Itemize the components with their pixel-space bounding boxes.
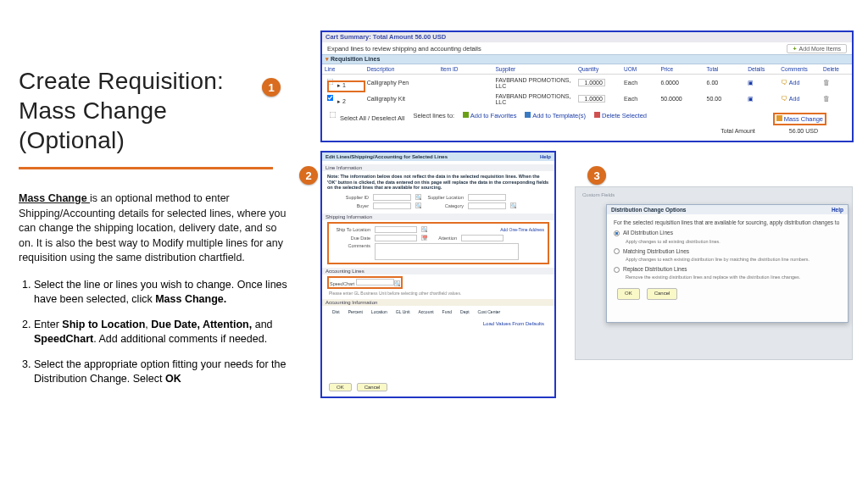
load-defaults-link[interactable]: Load Values From Defaults <box>322 318 554 330</box>
buyer-input[interactable] <box>373 202 411 209</box>
calendar-icon[interactable]: 📅 <box>421 235 427 241</box>
total-row: Total Amount56.00 USD <box>322 125 852 137</box>
supplier-id-label: Supplier ID <box>331 195 369 200</box>
comments-icon[interactable]: 🗨 <box>781 95 787 103</box>
opt-all-sub: Apply changes to all existing distributi… <box>626 238 841 246</box>
lookup-icon[interactable]: 🔍 <box>394 280 400 286</box>
comments-label: Comments <box>332 243 370 248</box>
description-paragraph: Mass Change is an optional method to ent… <box>19 191 290 266</box>
comments-icon[interactable]: 🗨 <box>781 79 787 86</box>
one-time-address-link[interactable]: Add One-Time Address <box>500 227 544 232</box>
distribution-change-dialog: Distribution Change Options Help For the… <box>606 204 849 323</box>
divider <box>19 167 273 169</box>
expand-hint: Expand lines to review shipping and acco… <box>327 45 481 53</box>
table-row[interactable]: ▸ 1 Calligraphy Pen FAVBRAND PROMOTIONS,… <box>322 75 852 92</box>
cart-summary-bar: Cart Summary: Total Amount 56.00 USD <box>322 32 852 42</box>
item-link[interactable]: Calligraphy Kit <box>364 91 438 107</box>
select-all-checkbox[interactable] <box>330 112 337 119</box>
shipping-info-section: Shipping Information <box>322 214 554 220</box>
speedchart-note: Please enter GL Business Unit before sel… <box>322 291 554 296</box>
opt-all-lines[interactable]: All Distribution Lines <box>614 229 841 237</box>
radio-icon <box>614 248 620 254</box>
delete-selected-link[interactable]: Delete Selected <box>594 112 647 119</box>
background-header: Custom Fields <box>576 187 852 197</box>
radio-icon <box>614 267 620 273</box>
opt-matching-sub: Apply changes to each existing distribut… <box>626 256 841 263</box>
ok-button[interactable]: OK <box>329 383 352 391</box>
lookup-icon[interactable]: 🔍 <box>415 202 421 208</box>
text-column: Create Requisition: Mass Change (Optiona… <box>19 66 290 397</box>
trash-icon[interactable]: 🗑 <box>823 79 830 86</box>
lookup-icon[interactable]: 🔍 <box>421 226 427 232</box>
comments-textarea[interactable] <box>375 243 519 260</box>
step-3: Select the appropriate option fitting yo… <box>34 358 290 387</box>
supplier-loc-label: Supplier Location <box>426 195 464 200</box>
opt-matching-lines[interactable]: Matching Distribution Lines <box>614 247 841 256</box>
accounting-info-table: DistPercentLocationGL Unit AccountFundDe… <box>327 308 505 316</box>
dialog-titlebar: Distribution Change Options Help <box>607 205 848 214</box>
warning-note: Note: The information below does not ref… <box>322 171 554 193</box>
buyer-label: Buyer <box>331 203 369 208</box>
line-checkbox[interactable] <box>327 95 334 102</box>
due-date-input[interactable] <box>375 235 417 241</box>
title-line-3: (Optional) <box>19 127 125 153</box>
add-favorites-link[interactable]: Add to Favorites <box>463 112 516 119</box>
add-comment-link[interactable]: Add <box>789 96 799 102</box>
add-comment-link[interactable]: Add <box>789 80 799 86</box>
slide-title: Create Requisition: Mass Change (Optiona… <box>19 66 290 155</box>
opt-replace-lines[interactable]: Replace Distribution Lines <box>614 265 841 274</box>
radio-icon <box>614 230 620 236</box>
opt-replace-sub: Remove the existing distribution lines a… <box>626 274 841 281</box>
attention-input[interactable] <box>461 235 504 241</box>
lookup-icon[interactable]: 🔍 <box>415 194 421 200</box>
help-link[interactable]: Help <box>540 154 551 159</box>
category-input[interactable] <box>468 202 506 209</box>
accounting-info-header: Accounting Information <box>322 299 554 306</box>
lookup-icon[interactable]: 🔍 <box>510 202 516 208</box>
line-info-section: Line Information <box>322 164 554 171</box>
quantity-input[interactable]: 1.0000 <box>578 79 605 86</box>
callout-highlight-shipping: Ship To Location🔍 Add One-Time Address D… <box>327 222 549 264</box>
table-header: LineDescriptionItem ID SupplierQuantityU… <box>322 64 852 75</box>
ship-to-input[interactable] <box>375 226 417 233</box>
step-2: Enter Ship to Location, Due Date, Attent… <box>34 318 290 347</box>
attention-label: Attention <box>431 236 457 241</box>
help-link[interactable]: Help <box>832 207 843 213</box>
callout-1: 1 <box>262 78 281 97</box>
plus-icon: + <box>793 46 796 52</box>
desc-lead: Mass Change <box>19 192 90 204</box>
speedchart-input[interactable] <box>356 279 394 286</box>
details-icon[interactable]: ▣ <box>748 96 754 102</box>
item-link[interactable]: Calligraphy Pen <box>364 75 438 92</box>
callout-2: 2 <box>299 166 318 185</box>
mass-change-link[interactable]: Mass Change <box>773 113 826 125</box>
distribution-dialog-screenshot: Custom Fields Distribution Change Option… <box>575 186 853 360</box>
cancel-button[interactable]: Cancel <box>357 383 388 391</box>
dialog-lead-text: For the selected requisition lines that … <box>614 219 841 227</box>
category-label: Category <box>426 203 464 208</box>
details-icon[interactable]: ▣ <box>748 80 754 86</box>
add-more-items-button[interactable]: +Add More Items <box>787 44 847 53</box>
due-date-label: Due Date <box>332 236 370 241</box>
ok-button[interactable]: OK <box>617 288 640 300</box>
requisition-lines-header: ▾ Requisition Lines <box>322 54 852 64</box>
add-template-link[interactable]: Add to Template(s) <box>525 112 585 119</box>
step-1: Select the line or lines you wish to cha… <box>34 278 290 308</box>
step-list: Select the line or lines you wish to cha… <box>19 278 290 387</box>
callout-highlight-checkbox <box>327 80 365 92</box>
ship-to-label: Ship To Location <box>332 227 370 232</box>
accounting-lines-section: Accounting Lines <box>322 268 554 274</box>
speedchart-label: SpeedChart <box>330 281 354 286</box>
title-line-1: Create Requisition: <box>19 68 224 94</box>
table-row[interactable]: ▸ 2 Calligraphy Kit FAVBRAND PROMOTIONS,… <box>322 91 852 107</box>
cancel-button[interactable]: Cancel <box>647 288 678 300</box>
select-lines-label: Select lines to: <box>413 112 454 119</box>
requisition-lines-screenshot: Cart Summary: Total Amount 56.00 USD Exp… <box>320 30 854 142</box>
supplier-loc-input[interactable] <box>468 194 506 201</box>
callout-highlight-speedchart: SpeedChart 🔍 <box>327 276 403 290</box>
edit-lines-screenshot: Edit Lines/Shipping/Accounting for Selec… <box>320 151 556 398</box>
quantity-input[interactable]: 1.0000 <box>578 95 605 103</box>
trash-icon[interactable]: 🗑 <box>823 95 830 103</box>
supplier-id-input[interactable] <box>373 194 411 201</box>
requisition-lines-table: LineDescriptionItem ID SupplierQuantityU… <box>322 64 852 107</box>
